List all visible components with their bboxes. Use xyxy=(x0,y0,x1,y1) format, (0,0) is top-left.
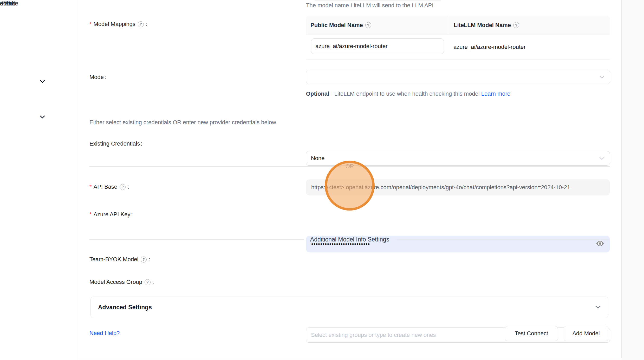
help-question-icon[interactable]: ? xyxy=(120,184,126,190)
public-model-name-input[interactable] xyxy=(311,38,444,54)
add-model-button[interactable]: Add Model xyxy=(564,326,608,341)
api-base-value: https://<test>.openai.azure.com/openai/d… xyxy=(311,184,570,191)
required-marker: * xyxy=(89,21,92,28)
required-marker: * xyxy=(89,184,92,190)
existing-credentials-value: None xyxy=(311,155,325,162)
learn-more-link[interactable]: Learn more xyxy=(481,90,511,97)
mappings-data-row: azure_ai/azure-model-router xyxy=(306,35,610,60)
credentials-intro-text: Either select existing credentials OR en… xyxy=(89,119,276,126)
help-question-icon[interactable]: ? xyxy=(513,22,519,28)
sidebar-divider xyxy=(77,0,77,360)
chevron-down-icon[interactable] xyxy=(40,115,45,120)
additional-settings-divider: Additional Model Info Settings xyxy=(89,236,610,243)
cutoff-field-edge xyxy=(315,0,441,1)
chevron-down-icon[interactable] xyxy=(40,80,45,84)
help-question-icon[interactable]: ? xyxy=(365,22,371,28)
chevron-down-icon xyxy=(595,305,601,310)
test-connect-button[interactable]: Test Connect xyxy=(505,326,558,341)
chevron-down-icon xyxy=(599,155,604,162)
page-right-margin xyxy=(622,0,644,360)
team-byok-label: Team-BYOK Model ? : xyxy=(89,254,150,265)
advanced-settings-label: Advanced Settings xyxy=(98,304,152,311)
model-access-group-label: Model Access Group ? : xyxy=(89,277,154,287)
required-marker: * xyxy=(89,211,92,218)
panel-right-border xyxy=(621,0,622,358)
model-mappings-table: Public Model Name ? LiteLLM Model Name ?… xyxy=(306,16,610,60)
or-divider: OR xyxy=(89,163,610,169)
mode-helper-text: Optional - LiteLLM endpoint to use when … xyxy=(306,89,514,99)
need-help-link[interactable]: Need Help? xyxy=(89,330,120,337)
model-name-helper-text: The model name LiteLLM will send to the … xyxy=(306,2,433,9)
chevron-down-icon xyxy=(599,74,604,80)
mappings-header-row: Public Model Name ? LiteLLM Model Name ? xyxy=(306,16,610,35)
model-mappings-label: * Model Mappings ? : xyxy=(89,19,147,29)
existing-credentials-label: Existing Credentials: xyxy=(89,139,142,149)
litellm-model-name-value: azure_ai/azure-model-router xyxy=(453,44,526,50)
mode-select[interactable] xyxy=(306,70,610,84)
help-question-icon[interactable]: ? xyxy=(145,279,151,285)
sidebar-item-settings[interactable]: s xyxy=(0,0,3,7)
public-model-name-header: Public Model Name ? xyxy=(306,16,449,35)
api-base-label: * API Base ? : xyxy=(89,182,129,192)
add-model-page: ations s TOOLS erence ental s The model … xyxy=(0,0,644,360)
api-base-input[interactable]: https://<test>.openai.azure.com/openai/d… xyxy=(306,179,610,195)
mode-label: Mode: xyxy=(89,72,106,82)
help-question-icon[interactable]: ? xyxy=(138,21,144,27)
advanced-settings-panel[interactable]: Advanced Settings xyxy=(90,297,608,318)
azure-api-key-label: * Azure API Key : xyxy=(89,209,133,220)
panel-bottom-border xyxy=(77,358,621,358)
litellm-model-name-header: LiteLLM Model Name ? xyxy=(449,16,610,35)
help-question-icon[interactable]: ? xyxy=(141,257,147,263)
